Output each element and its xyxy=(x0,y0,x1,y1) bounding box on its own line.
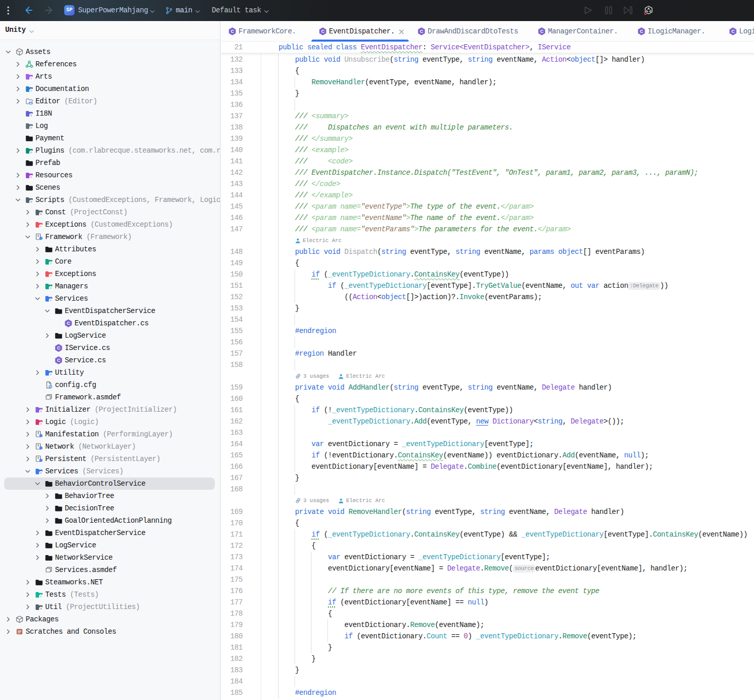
svg-text:C: C xyxy=(57,345,61,351)
svg-text:C: C xyxy=(67,321,70,326)
svg-text:C: C xyxy=(57,358,61,363)
